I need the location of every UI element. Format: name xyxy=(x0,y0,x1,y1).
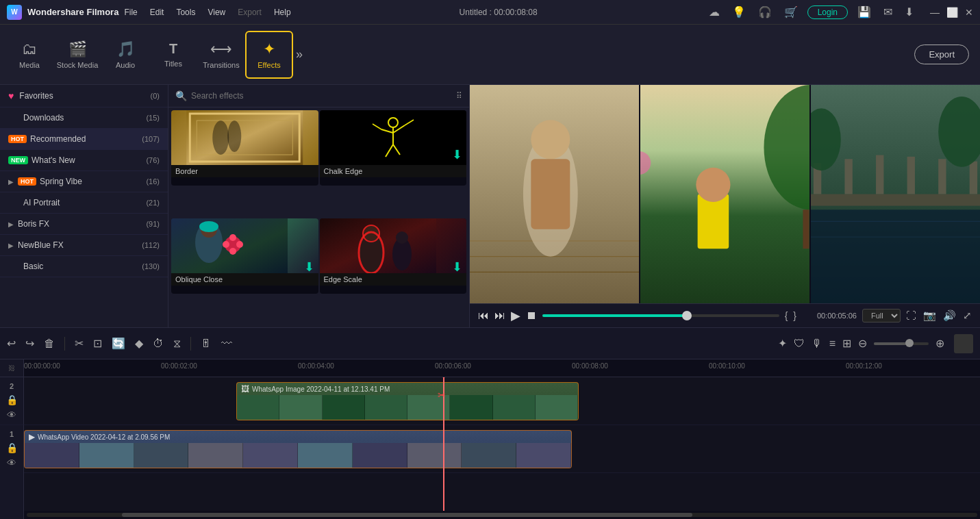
clip-frames-2 xyxy=(237,395,578,420)
frame-1-4 xyxy=(188,443,243,468)
login-button[interactable]: Login xyxy=(807,5,848,19)
ruler-0: 00:00:00:00 xyxy=(24,362,60,370)
headphone-icon[interactable]: 🎧 xyxy=(755,4,775,20)
export-button[interactable]: Export xyxy=(914,45,969,64)
quality-selector[interactable]: Full 1/2 1/4 xyxy=(862,309,901,322)
effect-card-edge-scale[interactable]: ⬇ Edge Scale xyxy=(320,218,467,294)
shield-icon[interactable]: 🛡 xyxy=(794,338,805,350)
link-icon[interactable]: ⛓ xyxy=(8,364,15,372)
tool-audio[interactable]: 🎵 Audio xyxy=(101,31,149,79)
tool-transitions[interactable]: ⟷ Transitions xyxy=(197,31,245,79)
favorites-count: (0) xyxy=(151,92,160,100)
svg-point-42 xyxy=(696,168,730,202)
step-back-button[interactable]: ⏭ xyxy=(494,309,505,322)
menu-help[interactable]: Help xyxy=(274,8,291,17)
sidebar-item-newblue-fx[interactable]: ▶ NewBlue FX (112) xyxy=(0,235,168,256)
sidebar-item-downloads[interactable]: Downloads (15) xyxy=(0,107,168,129)
sidebar-item-ai-portrait[interactable]: AI Portrait (21) xyxy=(0,192,168,214)
clip-image-strip[interactable]: 🖼 WhatsApp Image 2022-04-11 at 12.13.41 … xyxy=(236,382,579,420)
effect-card-chalk-edge[interactable]: ⬇ Chalk Edge xyxy=(320,110,467,186)
sidebar-item-favorites[interactable]: ♥ Favorites (0) xyxy=(0,85,168,107)
close-button[interactable]: ✕ xyxy=(965,7,973,18)
maximize-button[interactable]: ⬜ xyxy=(946,7,958,18)
lock-icon-t1[interactable]: 🔒 xyxy=(6,442,18,453)
eye-icon-t1[interactable]: 👁 xyxy=(7,457,16,468)
menu-edit[interactable]: Edit xyxy=(150,8,164,17)
fullscreen-icon[interactable]: ⛶ xyxy=(906,309,916,322)
download-icon[interactable]: ⬇ xyxy=(902,4,916,20)
redo-button[interactable]: ↪ xyxy=(25,337,34,350)
sidebar-item-spring-vibe[interactable]: ▶ HOT Spring Vibe (16) xyxy=(0,171,168,192)
ai-portrait-label: AI Portrait xyxy=(23,198,146,207)
menu-view[interactable]: View xyxy=(208,8,225,17)
tool-audio-label: Audio xyxy=(116,61,135,69)
ruler-2: 00:00:04:00 xyxy=(298,362,334,370)
tool-media[interactable]: 🗂 Media xyxy=(5,31,53,79)
effects-panel: 🔍 ⠿ xyxy=(168,85,470,327)
transitions-icon: ⟷ xyxy=(210,40,232,58)
playhead[interactable]: ✂ xyxy=(443,377,444,511)
sidebar-item-whats-new[interactable]: NEW What's New (76) xyxy=(0,150,168,171)
sidebar-item-boris-fx[interactable]: ▶ Boris FX (91) xyxy=(0,214,168,235)
out-point-bracket[interactable]: } xyxy=(793,310,796,321)
in-point-bracket[interactable]: { xyxy=(785,310,788,321)
mail-icon[interactable]: ✉ xyxy=(881,4,895,20)
timeline-scrollbar-thumb[interactable] xyxy=(122,513,692,517)
zoom-in-icon[interactable]: ⊕ xyxy=(935,337,944,350)
timeline-extra-btn[interactable] xyxy=(954,334,973,353)
resize-icon[interactable]: ⤢ xyxy=(963,309,972,322)
menu-tools[interactable]: Tools xyxy=(176,8,195,17)
mic-icon[interactable]: 🎙 xyxy=(812,338,822,350)
snapshot-icon[interactable]: 📷 xyxy=(923,309,936,322)
effect-card-oblique-close[interactable]: ⬇ Oblique Close xyxy=(171,218,318,294)
cart-icon[interactable]: 🛒 xyxy=(781,4,801,20)
search-input[interactable] xyxy=(191,91,452,101)
effects-panel-icon[interactable]: ✦ xyxy=(778,337,787,350)
effects-icon: ✦ xyxy=(263,40,275,58)
menu-file[interactable]: File xyxy=(124,8,137,17)
svg-point-19 xyxy=(229,234,236,241)
tool-stock-media[interactable]: 🎬 Stock Media xyxy=(53,31,101,79)
waveform-icon: 〰 xyxy=(221,338,232,350)
subtitle-icon[interactable]: ≡ xyxy=(829,338,835,350)
tool-titles[interactable]: T Titles xyxy=(149,31,197,79)
pip-icon[interactable]: ⊞ xyxy=(842,337,851,350)
audio-detach-button[interactable]: 🎚 xyxy=(201,338,212,350)
menu-export[interactable]: Export xyxy=(238,8,262,17)
speed-button[interactable]: ⧖ xyxy=(173,338,181,350)
toolbar-more[interactable]: » xyxy=(293,47,305,62)
zoom-slider[interactable] xyxy=(874,342,929,345)
lock-icon-t2[interactable]: 🔒 xyxy=(6,394,18,405)
save-icon[interactable]: 💾 xyxy=(855,4,874,20)
play-button[interactable]: ▶ xyxy=(511,308,520,323)
newblue-fx-label: NewBlue FX xyxy=(18,240,142,250)
tool-effects[interactable]: ✦ Effects xyxy=(245,31,293,79)
skip-back-button[interactable]: ⏮ xyxy=(478,309,489,322)
keyframe-button[interactable]: ◆ xyxy=(135,337,143,350)
clip-video-strip[interactable]: ▶ WhatsApp Video 2022-04-12 at 2.09.56 P… xyxy=(24,430,572,468)
svg-rect-0 xyxy=(186,110,303,165)
boris-fx-count: (91) xyxy=(146,220,160,228)
sidebar-item-basic[interactable]: Basic (130) xyxy=(0,256,168,277)
sidebar-item-recommended[interactable]: HOT Recommended (107) xyxy=(0,129,168,150)
crop-button[interactable]: ⊡ xyxy=(93,337,102,350)
motion-button[interactable]: 🔄 xyxy=(112,337,125,350)
svg-point-29 xyxy=(396,231,408,244)
preview-progress-bar[interactable] xyxy=(542,314,779,317)
track-header-1: 1 🔒 👁 xyxy=(0,425,24,473)
undo-button[interactable]: ↩ xyxy=(7,337,16,350)
eye-icon-t2[interactable]: 👁 xyxy=(7,409,16,420)
delete-button[interactable]: 🗑 xyxy=(44,338,55,350)
effect-card-border[interactable]: Border xyxy=(171,110,318,186)
volume-icon[interactable]: 🔊 xyxy=(943,309,956,322)
bulb-icon[interactable]: 💡 xyxy=(729,4,749,20)
svg-rect-52 xyxy=(938,159,946,194)
cloud-icon[interactable]: ☁ xyxy=(706,4,723,20)
grid-icon[interactable]: ⠿ xyxy=(456,91,462,101)
cut-button[interactable]: ✂ xyxy=(75,337,84,350)
minimize-button[interactable]: — xyxy=(930,7,940,18)
zoom-out-icon[interactable]: ⊖ xyxy=(858,337,867,350)
mask-button[interactable]: ⏱ xyxy=(153,338,164,350)
stop-button[interactable]: ⏹ xyxy=(526,309,537,322)
timeline-scrollbar-track[interactable] xyxy=(27,513,977,517)
